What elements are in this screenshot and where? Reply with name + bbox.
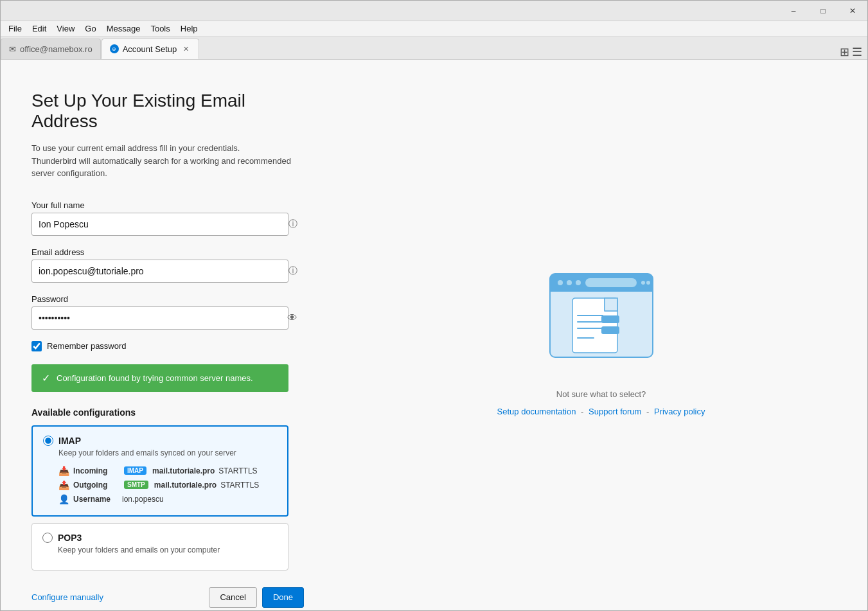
imap-username-detail: 👤 Username ion.popescu bbox=[43, 492, 277, 506]
email-info-icon[interactable]: ⓘ bbox=[288, 265, 297, 277]
setup-doc-link[interactable]: Setup documentation bbox=[497, 407, 576, 416]
menu-bar: File Edit View Go Message Tools Help bbox=[1, 21, 867, 37]
browser-icon: ⊕ bbox=[110, 44, 119, 53]
pop3-name: POP3 bbox=[58, 533, 82, 543]
imap-radio[interactable] bbox=[43, 436, 53, 446]
remember-password-label: Remember password bbox=[47, 341, 127, 351]
username-label: Username bbox=[73, 495, 118, 504]
tab-office[interactable]: ✉ office@namebox.ro bbox=[1, 39, 101, 59]
svg-rect-11 bbox=[605, 298, 617, 311]
menu-help[interactable]: Help bbox=[175, 22, 203, 35]
imap-name: IMAP bbox=[58, 436, 81, 446]
not-sure-text: Not sure what to select? bbox=[556, 389, 646, 399]
page-description: To use your current email address fill i… bbox=[31, 142, 304, 180]
menu-tools[interactable]: Tools bbox=[145, 22, 175, 35]
done-button[interactable]: Done bbox=[262, 587, 304, 608]
imap-header: IMAP bbox=[43, 436, 277, 446]
privacy-policy-link[interactable]: Privacy policy bbox=[654, 407, 705, 416]
status-message: Configuration found by trying common ser… bbox=[57, 373, 253, 383]
maximize-button[interactable]: □ bbox=[808, 1, 838, 21]
pop3-option[interactable]: POP3 Keep your folders and emails on you… bbox=[31, 523, 288, 571]
imap-option[interactable]: IMAP Keep your folders and emails synced… bbox=[31, 425, 288, 517]
imap-desc: Keep your folders and emails synced on y… bbox=[58, 448, 277, 457]
svg-point-3 bbox=[558, 280, 563, 285]
incoming-protocol: STARTTLS bbox=[218, 466, 257, 475]
pop3-header: POP3 bbox=[42, 533, 278, 543]
full-name-info-icon[interactable]: ⓘ bbox=[288, 218, 297, 230]
full-name-input[interactable] bbox=[31, 213, 288, 236]
password-label: Password bbox=[31, 294, 304, 304]
full-name-group: Your full name ⓘ bbox=[31, 200, 304, 236]
menu-file[interactable]: File bbox=[3, 22, 27, 35]
toolbar-icon-2[interactable]: ☰ bbox=[852, 45, 862, 59]
menu-go[interactable]: Go bbox=[80, 22, 101, 35]
svg-point-7 bbox=[641, 281, 645, 285]
pop3-radio[interactable] bbox=[42, 533, 53, 543]
tab-setup-label: Account Setup bbox=[123, 44, 177, 54]
password-group: Password 👁 bbox=[31, 294, 304, 330]
svg-rect-16 bbox=[601, 326, 619, 334]
svg-point-5 bbox=[576, 280, 581, 285]
smtp-badge: SMTP bbox=[124, 481, 148, 489]
section-title: Available configurations bbox=[31, 407, 304, 418]
outgoing-label: Outgoing bbox=[73, 481, 118, 490]
username-icon: 👤 bbox=[58, 494, 69, 504]
status-banner: ✓ Configuration found by trying common s… bbox=[31, 364, 288, 392]
tab-bar: ✉ office@namebox.ro ⊕ Account Setup ✕ ⊞ … bbox=[1, 37, 867, 60]
outgoing-hostname: mail.tutoriale.pro bbox=[154, 481, 217, 490]
page-title: Set Up Your Existing Email Address bbox=[31, 91, 304, 132]
tab-close-icon[interactable]: ✕ bbox=[181, 44, 191, 54]
toolbar-icon-1[interactable]: ⊞ bbox=[840, 45, 849, 59]
imap-incoming-detail: 📥 Incoming IMAP mail.tutoriale.pro START… bbox=[43, 464, 277, 478]
help-sep-1: - bbox=[581, 407, 586, 416]
toggle-password-icon[interactable]: 👁 bbox=[287, 312, 297, 324]
incoming-label: Incoming bbox=[73, 466, 118, 475]
menu-view[interactable]: View bbox=[51, 22, 80, 35]
remember-password-checkbox[interactable] bbox=[31, 341, 42, 351]
bottom-bar: Configure manually Cancel Done bbox=[31, 577, 304, 608]
support-forum-link[interactable]: Support forum bbox=[589, 407, 641, 416]
email-wrapper: ⓘ bbox=[31, 260, 304, 283]
window-controls: – □ ✕ bbox=[779, 1, 867, 21]
configurations-section: Available configurations IMAP Keep your … bbox=[31, 407, 304, 577]
title-bar: – □ ✕ bbox=[1, 1, 867, 21]
app-window: – □ ✕ File Edit View Go Message Tools He… bbox=[0, 0, 868, 611]
svg-point-8 bbox=[646, 281, 650, 285]
full-name-wrapper: ⓘ bbox=[31, 213, 304, 236]
email-illustration bbox=[537, 254, 666, 370]
email-input[interactable] bbox=[31, 260, 288, 283]
remember-password-row: Remember password bbox=[31, 341, 304, 351]
left-pane: Set Up Your Existing Email Address To us… bbox=[1, 60, 335, 610]
email-label: Email address bbox=[31, 247, 304, 257]
imap-badge: IMAP bbox=[124, 466, 146, 475]
pop3-desc: Keep your folders and emails on your com… bbox=[58, 545, 278, 554]
password-input[interactable] bbox=[31, 306, 288, 330]
imap-outgoing-detail: 📤 Outgoing SMTP mail.tutoriale.pro START… bbox=[43, 478, 277, 492]
tab-toolbar-right: ⊞ ☰ bbox=[840, 45, 867, 59]
email-group: Email address ⓘ bbox=[31, 247, 304, 283]
help-sep-2: - bbox=[646, 407, 651, 416]
svg-rect-6 bbox=[585, 278, 637, 287]
configure-manually-button[interactable]: Configure manually bbox=[31, 592, 103, 602]
username-value: ion.popescu bbox=[122, 495, 164, 504]
right-pane: Not sure what to select? Setup documenta… bbox=[335, 60, 867, 610]
status-check-icon: ✓ bbox=[42, 372, 50, 384]
password-wrapper: 👁 bbox=[31, 306, 304, 330]
svg-point-4 bbox=[567, 280, 572, 285]
menu-message[interactable]: Message bbox=[102, 22, 146, 35]
tab-setup[interactable]: ⊕ Account Setup ✕ bbox=[102, 39, 200, 59]
close-button[interactable]: ✕ bbox=[838, 1, 867, 21]
incoming-icon: 📥 bbox=[58, 466, 69, 476]
email-icon: ✉ bbox=[9, 44, 16, 54]
help-links: Setup documentation - Support forum - Pr… bbox=[497, 407, 705, 416]
outgoing-protocol: STARTTLS bbox=[220, 481, 259, 490]
incoming-hostname: mail.tutoriale.pro bbox=[152, 466, 215, 475]
menu-edit[interactable]: Edit bbox=[27, 22, 51, 35]
full-name-label: Your full name bbox=[31, 200, 304, 210]
svg-rect-15 bbox=[601, 315, 619, 323]
outgoing-icon: 📤 bbox=[58, 480, 69, 490]
cancel-button[interactable]: Cancel bbox=[209, 587, 256, 608]
minimize-button[interactable]: – bbox=[779, 1, 808, 21]
tab-office-label: office@namebox.ro bbox=[20, 44, 93, 54]
content-area: Set Up Your Existing Email Address To us… bbox=[1, 60, 867, 610]
